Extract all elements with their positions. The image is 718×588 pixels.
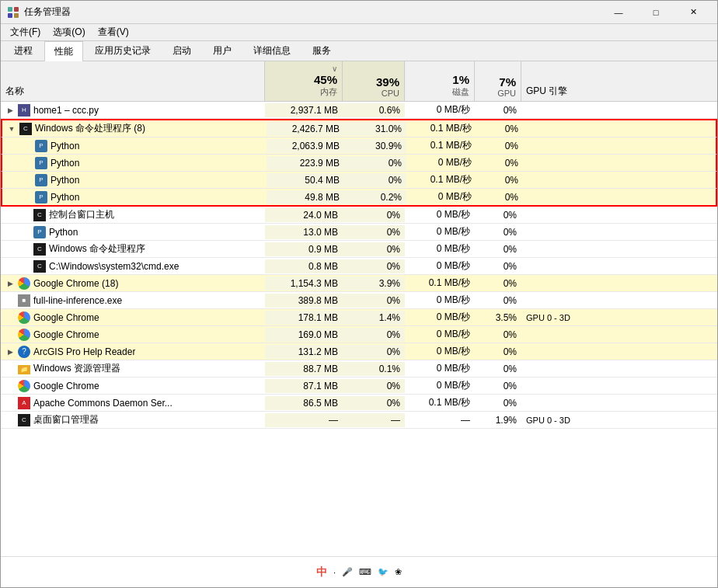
tab-services[interactable]: 服务 bbox=[302, 40, 341, 61]
gpueng-cell bbox=[523, 162, 716, 165]
gpueng-cell bbox=[521, 402, 717, 405]
mem-cell: 13.0 MB bbox=[265, 225, 343, 239]
gpueng-cell bbox=[521, 367, 717, 371]
process-name-cell: ▶Hhome1 – ccc.py bbox=[1, 103, 265, 118]
process-name-cell: AApache Commons Daemon Ser... bbox=[1, 395, 265, 411]
process-icon: A bbox=[18, 397, 30, 409]
minimize-button[interactable]: — bbox=[601, 1, 636, 24]
table-row[interactable]: ▶?ArcGIS Pro Help Reader131.2 MB0%0 MB/秒… bbox=[1, 343, 717, 360]
tab-app-history[interactable]: 应用历史记录 bbox=[85, 40, 161, 61]
tab-users[interactable]: 用户 bbox=[203, 40, 242, 61]
disk-cell: 0 MB/秒 bbox=[405, 258, 475, 274]
gpueng-cell bbox=[521, 333, 717, 336]
table-row[interactable]: PPython223.9 MB0%0 MB/秒0% bbox=[1, 155, 717, 172]
process-icon: H bbox=[18, 104, 30, 117]
tab-startup[interactable]: 启动 bbox=[162, 40, 201, 61]
menu-options[interactable]: 选项(O) bbox=[47, 24, 91, 40]
col-gpu[interactable]: 7% GPU bbox=[475, 61, 521, 101]
tab-performance[interactable]: 性能 bbox=[44, 41, 83, 61]
process-name-text: Python bbox=[51, 175, 79, 186]
disk-cell: 0.1 MB/秒 bbox=[406, 172, 476, 188]
expand-button[interactable]: ▶ bbox=[5, 347, 15, 357]
keyboard-icon[interactable]: ⌨ bbox=[359, 567, 371, 577]
table-row[interactable]: CWindows 命令处理程序0.9 MB0%0 MB/秒0% bbox=[1, 241, 717, 258]
ime-dot: · bbox=[333, 568, 336, 577]
gpueng-label: GPU 引擎 bbox=[526, 85, 567, 98]
mem-cell: 223.9 MB bbox=[267, 156, 344, 170]
gpu-cell: 0% bbox=[475, 259, 521, 273]
table-row[interactable]: ▼CWindows 命令处理程序 (8)2,426.7 MB31.0%0.1 M… bbox=[1, 119, 717, 137]
gpu-cell: 0% bbox=[476, 139, 523, 153]
menu-bar: 文件(F) 选项(O) 查看(V) bbox=[1, 24, 717, 41]
col-disk[interactable]: 1% 磁盘 bbox=[405, 61, 475, 101]
mem-cell: 87.1 MB bbox=[265, 379, 343, 393]
bird-icon[interactable]: 🐦 bbox=[378, 567, 389, 577]
disk-cell: 0 MB/秒 bbox=[405, 102, 475, 118]
tab-processes[interactable]: 进程 bbox=[4, 40, 43, 61]
table-row[interactable]: PPython13.0 MB0%0 MB/秒0% bbox=[1, 224, 717, 241]
svg-rect-0 bbox=[8, 7, 12, 12]
gpueng-cell bbox=[521, 350, 717, 353]
mic-icon[interactable]: 🎤 bbox=[342, 567, 353, 577]
menu-view[interactable]: 查看(V) bbox=[92, 24, 135, 40]
table-row[interactable]: CC:\Windows\system32\cmd.exe0.8 MB0%0 MB… bbox=[1, 258, 717, 275]
mem-cell: 2,426.7 MB bbox=[267, 122, 344, 136]
process-name-text: Windows 命令处理程序 (8) bbox=[35, 122, 145, 135]
cpu-percent: 39% bbox=[376, 75, 399, 89]
gpu-cell: 1.9% bbox=[475, 413, 521, 427]
expand-button[interactable]: ▶ bbox=[5, 106, 15, 115]
disk-cell: 0.1 MB/秒 bbox=[405, 395, 475, 411]
table-row[interactable]: ■full-line-inference.exe389.8 MB0%0 MB/秒… bbox=[1, 292, 717, 309]
process-name-cell: Google Chrome bbox=[1, 378, 265, 394]
cpu-cell: 0% bbox=[343, 225, 405, 239]
process-name-text: C:\Windows\system32\cmd.exe bbox=[49, 261, 179, 272]
table-row[interactable]: Google Chrome169.0 MB0%0 MB/秒0% bbox=[1, 326, 717, 343]
gpu-percent: 7% bbox=[499, 75, 516, 89]
close-button[interactable]: ✕ bbox=[675, 1, 711, 24]
process-icon: C bbox=[33, 209, 46, 221]
table-row[interactable]: PPython50.4 MB0%0.1 MB/秒0% bbox=[1, 172, 717, 189]
cpu-cell: 0% bbox=[343, 294, 405, 308]
table-row[interactable]: Google Chrome178.1 MB1.4%0 MB/秒3.5%GPU 0… bbox=[1, 309, 717, 326]
col-cpu[interactable]: 39% CPU bbox=[343, 61, 405, 101]
table-row[interactable]: PPython49.8 MB0.2%0 MB/秒0% bbox=[1, 189, 717, 207]
process-name-text: Google Chrome bbox=[33, 381, 99, 391]
mem-cell: 88.7 MB bbox=[265, 362, 343, 376]
gpu-cell: 0% bbox=[475, 103, 521, 117]
flower-icon[interactable]: ❀ bbox=[395, 567, 402, 577]
table-row[interactable]: C桌面窗口管理器———1.9%GPU 0 - 3D bbox=[1, 412, 717, 429]
disk-cell: 0 MB/秒 bbox=[405, 224, 475, 240]
process-name-cell: Google Chrome bbox=[1, 310, 265, 325]
table-row[interactable]: ▶Hhome1 – ccc.py2,937.1 MB0.6%0 MB/秒0% bbox=[1, 102, 717, 119]
process-icon: ? bbox=[18, 346, 30, 358]
disk-cell: 0 MB/秒 bbox=[406, 189, 476, 205]
cpu-cell: 0% bbox=[343, 259, 405, 273]
cpu-cell: — bbox=[343, 413, 405, 427]
col-gpueng[interactable]: GPU 引擎 bbox=[521, 61, 717, 101]
table-row[interactable]: ▶Google Chrome (18)1,154.3 MB3.9%0.1 MB/… bbox=[1, 275, 717, 292]
table-row[interactable]: PPython2,063.9 MB30.9%0.1 MB/秒0% bbox=[1, 137, 717, 155]
table-row[interactable]: Google Chrome87.1 MB0%0 MB/秒0% bbox=[1, 378, 717, 395]
table-body[interactable]: ▶Hhome1 – ccc.py2,937.1 MB0.6%0 MB/秒0%▼C… bbox=[1, 102, 717, 556]
process-name-text: Google Chrome (18) bbox=[33, 278, 118, 289]
mem-cell: 1,154.3 MB bbox=[265, 277, 343, 291]
process-name-cell: CC:\Windows\system32\cmd.exe bbox=[1, 259, 265, 274]
expand-button[interactable]: ▶ bbox=[5, 279, 15, 288]
table-row[interactable]: C控制台窗口主机24.0 MB0%0 MB/秒0% bbox=[1, 207, 717, 224]
maximize-button[interactable]: □ bbox=[638, 1, 674, 24]
gpueng-cell bbox=[523, 196, 716, 199]
content-area: 名称 ∨ 45% 内存 39% CPU 1% 磁盘 7% GPU GPU 引擎 bbox=[1, 61, 717, 556]
gpu-cell: 0% bbox=[475, 396, 521, 410]
process-name-text: 桌面窗口管理器 bbox=[33, 413, 99, 426]
col-name[interactable]: 名称 bbox=[1, 61, 265, 101]
disk-cell: 0 MB/秒 bbox=[405, 207, 475, 223]
col-mem[interactable]: ∨ 45% 内存 bbox=[265, 61, 343, 101]
gpueng-cell: GPU 0 - 3D bbox=[521, 414, 717, 426]
gpu-cell: 0% bbox=[476, 190, 523, 204]
ime-label[interactable]: 中 bbox=[316, 565, 327, 579]
table-row[interactable]: 📁Windows 资源管理器88.7 MB0.1%0 MB/秒0% bbox=[1, 360, 717, 378]
menu-file[interactable]: 文件(F) bbox=[4, 24, 47, 40]
table-row[interactable]: AApache Commons Daemon Ser...86.5 MB0%0.… bbox=[1, 395, 717, 412]
tab-details[interactable]: 详细信息 bbox=[243, 40, 301, 61]
expand-button[interactable]: ▼ bbox=[7, 124, 16, 134]
